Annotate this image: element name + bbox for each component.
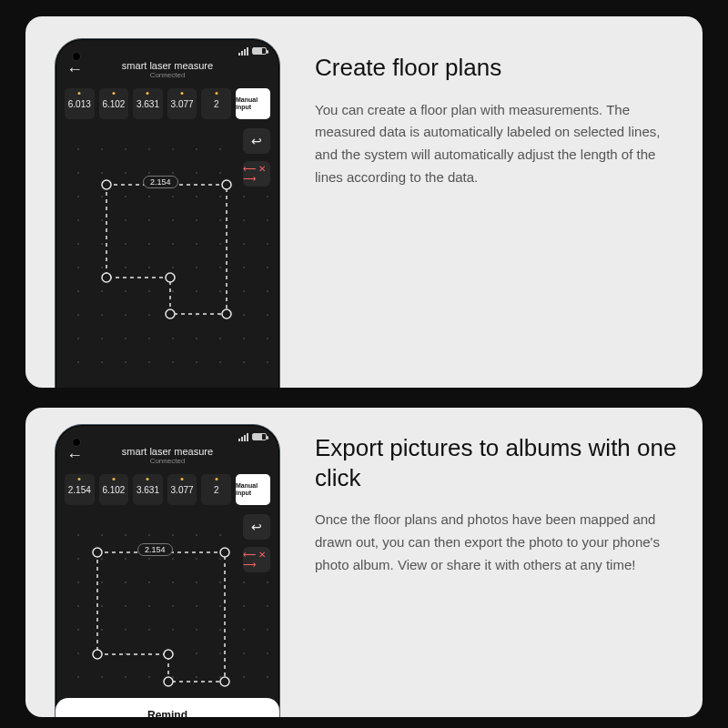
feature-heading: Export pictures to albums with one click: [315, 433, 677, 492]
svg-point-5: [102, 273, 111, 282]
svg-point-4: [166, 273, 175, 282]
measure-chip[interactable]: 3.077: [167, 88, 197, 119]
measure-chip[interactable]: 2: [201, 474, 231, 505]
phone-mockup: ← smart laser measure Connected 2.154 6.…: [49, 408, 288, 717]
export-modal: Remind Downloaded to the system album Co…: [56, 698, 279, 717]
measure-chip[interactable]: 2: [201, 88, 231, 119]
svg-point-6: [93, 548, 102, 557]
measure-chip[interactable]: 3.631: [133, 474, 163, 505]
app-title: smart laser measure: [56, 446, 279, 457]
measurement-chips: 6.013 6.102 3.631 3.077 2 Manual input: [56, 83, 279, 125]
measure-chip[interactable]: 6.102: [99, 474, 129, 505]
svg-point-0: [102, 180, 111, 189]
measure-chip[interactable]: 2.154: [65, 474, 95, 505]
status-bar: [56, 425, 279, 445]
signal-icon: [238, 432, 248, 441]
svg-point-3: [166, 309, 175, 318]
app-title: smart laser measure: [56, 60, 279, 71]
floorplan-shape: 2.154: [88, 536, 234, 691]
svg-point-1: [222, 180, 231, 189]
feature-body: Once the floor plans and photos have bee…: [315, 509, 677, 576]
svg-point-9: [164, 677, 173, 686]
app-header: ← smart laser measure Connected: [56, 445, 279, 469]
svg-point-8: [220, 677, 229, 686]
measure-chip[interactable]: 3.077: [167, 474, 197, 505]
manual-input-button[interactable]: Manual input: [236, 88, 270, 119]
ruler-button[interactable]: ⟵ ✕ ⟶: [243, 547, 270, 572]
measurement-badge[interactable]: 2.154: [137, 543, 173, 556]
feature-card-floor-plans: ← smart laser measure Connected 6.013 6.…: [25, 16, 703, 388]
measure-chip[interactable]: 6.102: [99, 88, 129, 119]
battery-icon: [252, 47, 267, 55]
measurement-chips: 2.154 6.102 3.631 3.077 2 Manual input: [56, 469, 279, 511]
feature-card-export: ← smart laser measure Connected 2.154 6.…: [25, 408, 703, 717]
undo-button[interactable]: ↩: [243, 128, 270, 154]
phone-mockup: ← smart laser measure Connected 6.013 6.…: [49, 16, 288, 388]
ruler-button[interactable]: ⟵ ✕ ⟶: [243, 161, 270, 187]
feature-body: You can create a floor plan with measure…: [315, 99, 677, 189]
measure-chip[interactable]: 6.013: [65, 88, 95, 119]
app-subtitle: Connected: [56, 71, 279, 79]
svg-point-11: [93, 650, 102, 659]
manual-input-button[interactable]: Manual input: [236, 474, 270, 505]
app-subtitle: Connected: [56, 457, 279, 465]
measurement-badge[interactable]: 2.154: [143, 176, 178, 188]
floorplan-shape: 2.154: [97, 168, 236, 323]
svg-point-7: [220, 548, 229, 557]
measure-chip[interactable]: 3.631: [133, 88, 163, 119]
modal-title: Remind: [56, 709, 279, 717]
undo-button[interactable]: ↩: [243, 514, 270, 540]
svg-point-2: [222, 309, 231, 318]
floorplan-canvas[interactable]: ↩ ⟵ ✕ ⟶ 2.154: [56, 514, 279, 717]
floorplan-canvas[interactable]: ↩ ⟵ ✕ ⟶ 2.154: [56, 128, 279, 383]
status-bar: [56, 39, 279, 59]
app-header: ← smart laser measure Connected: [56, 59, 279, 83]
feature-heading: Create floor plans: [315, 53, 677, 83]
signal-icon: [238, 46, 248, 56]
svg-point-10: [164, 650, 173, 659]
battery-icon: [252, 433, 267, 440]
